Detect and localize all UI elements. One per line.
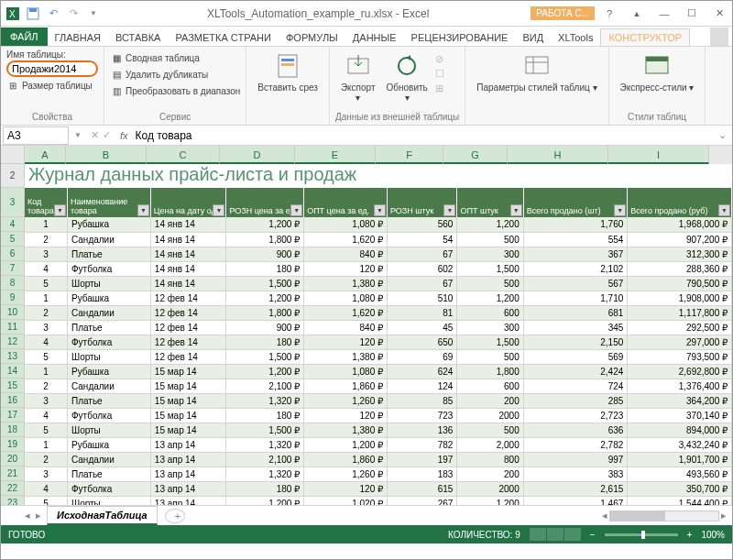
table-row[interactable]: 3Платье14 янв 14900 ₽840 ₽67300367312,30…: [25, 247, 732, 261]
row-header-20[interactable]: 20: [1, 452, 25, 467]
cell[interactable]: 1,500: [457, 335, 523, 349]
cell[interactable]: 197: [388, 452, 457, 467]
user-avatar[interactable]: [710, 27, 728, 46]
tab-2[interactable]: РАЗМЕТКА СТРАНИ: [168, 29, 279, 46]
cell[interactable]: 493,560 ₽: [628, 467, 732, 481]
cell[interactable]: 2,615: [523, 481, 628, 496]
cell[interactable]: 2: [25, 379, 67, 393]
row-header-12[interactable]: 12: [1, 335, 25, 349]
table-header[interactable]: Всего продано (шт)▼: [523, 188, 628, 217]
view-break-button[interactable]: [564, 528, 581, 541]
table-header[interactable]: Цена на дату од.▼: [150, 188, 226, 217]
cell[interactable]: 2: [25, 305, 67, 320]
filter-dropdown-3[interactable]: ▼: [290, 204, 302, 216]
cell[interactable]: 5: [25, 496, 67, 505]
cell[interactable]: 1: [25, 291, 67, 305]
cell[interactable]: 600: [457, 305, 523, 320]
cell[interactable]: 12 фев 14: [150, 335, 226, 349]
view-layout-button[interactable]: [547, 528, 563, 541]
remove-dup-button[interactable]: ▤Удалить дубликаты: [110, 66, 240, 82]
cell[interactable]: 2,100 ₽: [226, 452, 304, 467]
cell[interactable]: 1,800 ₽: [226, 305, 304, 320]
cell[interactable]: 1,620 ₽: [304, 305, 388, 320]
formula-input[interactable]: [131, 127, 713, 144]
cell[interactable]: 800: [457, 452, 523, 467]
cell[interactable]: 300: [457, 320, 523, 335]
cell[interactable]: 2,782: [523, 437, 628, 452]
filter-dropdown-0[interactable]: ▼: [54, 204, 66, 216]
filter-dropdown-1[interactable]: ▼: [137, 204, 149, 216]
cell[interactable]: 636: [523, 423, 628, 437]
cell[interactable]: 1,467: [523, 496, 628, 505]
cell[interactable]: 285: [523, 393, 628, 408]
row-header-8[interactable]: 8: [1, 276, 25, 291]
hscroll-left-icon[interactable]: ◂: [602, 510, 607, 522]
cell[interactable]: 3: [25, 467, 67, 481]
row-header-9[interactable]: 9: [1, 291, 25, 305]
cell[interactable]: 1,320 ₽: [226, 393, 304, 408]
cell[interactable]: 288,360 ₽: [628, 261, 732, 276]
help-icon[interactable]: ?: [596, 5, 622, 23]
cell[interactable]: 4: [25, 335, 67, 349]
sheet-next-icon[interactable]: ▸: [36, 510, 41, 522]
cell[interactable]: 1,380 ₽: [304, 276, 388, 291]
cell[interactable]: 14 янв 14: [150, 232, 226, 247]
cell[interactable]: 1,260 ₽: [304, 467, 388, 481]
cell[interactable]: 14 янв 14: [150, 247, 226, 261]
cell[interactable]: 200: [457, 393, 523, 408]
cell[interactable]: 1,200 ₽: [226, 496, 304, 505]
table-row[interactable]: 2Сандалии13 апр 142,100 ₽1,860 ₽19780099…: [25, 452, 732, 467]
cell[interactable]: 782: [388, 437, 457, 452]
table-row[interactable]: 5Шорты14 янв 141,500 ₽1,380 ₽67500567790…: [25, 276, 732, 291]
cell[interactable]: 12 фев 14: [150, 305, 226, 320]
undo-icon[interactable]: ↶: [45, 5, 61, 22]
cell[interactable]: 4: [25, 408, 67, 423]
col-header-D[interactable]: D: [220, 146, 295, 164]
cell[interactable]: Платье: [67, 393, 150, 408]
cell[interactable]: 1,080 ₽: [304, 217, 388, 232]
table-row[interactable]: 4Футболка14 янв 14180 ₽120 ₽6021,5002,10…: [25, 261, 732, 276]
hscroll-right-icon[interactable]: ▸: [721, 510, 727, 522]
select-all-corner[interactable]: [1, 146, 25, 164]
formula-expand-icon[interactable]: ⌄: [713, 129, 732, 141]
cell[interactable]: 1,260 ₽: [304, 393, 388, 408]
cell[interactable]: Сандалии: [67, 305, 150, 320]
table-row[interactable]: 4Футболка15 мар 14180 ₽120 ₽72320002,723…: [25, 408, 732, 423]
table-row[interactable]: 2Сандалии12 фев 141,800 ₽1,620 ₽81600681…: [25, 305, 732, 320]
close-icon[interactable]: ✕: [706, 5, 732, 23]
cell[interactable]: 2: [25, 452, 67, 467]
refresh-button[interactable]: Обновить▾: [380, 49, 432, 104]
hscroll-thumb[interactable]: [610, 511, 665, 521]
cell[interactable]: 1,320 ₽: [226, 437, 304, 452]
cell[interactable]: Сандалии: [67, 379, 150, 393]
cell[interactable]: 1,620 ₽: [304, 232, 388, 247]
cell[interactable]: 2: [25, 232, 67, 247]
filter-dropdown-8[interactable]: ▼: [718, 204, 730, 216]
cell[interactable]: 81: [388, 305, 457, 320]
cell[interactable]: 997: [523, 452, 628, 467]
accept-formula-icon[interactable]: ✓: [103, 129, 111, 141]
fx-icon[interactable]: fx: [116, 130, 132, 141]
col-header-E[interactable]: E: [295, 146, 376, 164]
filter-dropdown-4[interactable]: ▼: [374, 204, 386, 216]
cell[interactable]: 15 мар 14: [150, 408, 226, 423]
cell[interactable]: 12 фев 14: [150, 349, 226, 364]
cell[interactable]: 15 мар 14: [150, 423, 226, 437]
cell[interactable]: 650: [388, 335, 457, 349]
cell[interactable]: 1,860 ₽: [304, 379, 388, 393]
cell[interactable]: Сандалии: [67, 452, 150, 467]
cell[interactable]: Шорты: [67, 276, 150, 291]
cell[interactable]: 3,432,240 ₽: [628, 437, 732, 452]
row-header-14[interactable]: 14: [1, 364, 25, 379]
tab-4[interactable]: ДАННЫЕ: [345, 29, 404, 46]
cell[interactable]: 1,908,000 ₽: [628, 291, 732, 305]
cell[interactable]: 67: [388, 276, 457, 291]
cell[interactable]: 15 мар 14: [150, 364, 226, 379]
cell[interactable]: 14 янв 14: [150, 217, 226, 232]
cell[interactable]: 3: [25, 320, 67, 335]
tab-5[interactable]: РЕЦЕНЗИРОВАНИЕ: [404, 29, 516, 46]
cancel-formula-icon[interactable]: ✕: [91, 129, 99, 141]
cell[interactable]: 370,140 ₽: [628, 408, 732, 423]
row-header-17[interactable]: 17: [1, 408, 25, 423]
cell[interactable]: 12 фев 14: [150, 291, 226, 305]
